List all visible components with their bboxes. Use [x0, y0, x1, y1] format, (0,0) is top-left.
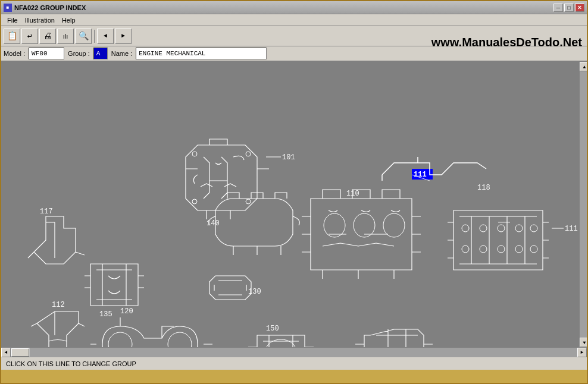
minimize-button[interactable]: ─ — [553, 4, 563, 12]
vertical-scrollbar[interactable]: ▲ ▼ — [580, 62, 588, 347]
name-field[interactable]: ENGINE MECHANICAL — [136, 48, 267, 59]
title-buttons: ─ □ ✕ — [553, 4, 584, 12]
toolbar-separator — [94, 30, 95, 43]
window-title: NFA022 GROUP INDEX — [14, 4, 86, 11]
svg-rect-0 — [1, 62, 578, 347]
svg-text:111: 111 — [565, 225, 578, 233]
menu-illustration[interactable]: Illustration — [21, 16, 58, 24]
model-label: Model : — [4, 50, 25, 57]
svg-text:101: 101 — [282, 153, 295, 162]
maximize-button[interactable]: □ — [564, 4, 574, 12]
model-field[interactable]: WF80 — [29, 48, 64, 59]
horizontal-scrollbar: ◄ ► — [1, 347, 587, 357]
scroll-thumb-horizontal[interactable] — [11, 348, 29, 357]
scroll-down-arrow[interactable]: ▼ — [580, 338, 588, 347]
toolbar-btn-undo[interactable]: ↩ — [21, 29, 38, 44]
title-bar: ■ NFA022 GROUP INDEX ─ □ ✕ — [1, 1, 587, 14]
title-bar-left: ■ NFA022 GROUP INDEX — [4, 4, 86, 12]
group-field[interactable]: A — [93, 48, 108, 59]
scroll-up-arrow[interactable]: ▲ — [580, 62, 588, 71]
toolbar-btn-chart[interactable]: ılı — [57, 29, 74, 44]
engine-diagram-svg[interactable]: 101 140 110 111 — [1, 62, 578, 347]
svg-text:135: 135 — [99, 310, 112, 319]
status-bar[interactable]: CLICK ON THIS LINE TO CHANGE GROUP — [1, 357, 587, 370]
watermark-text: www.ManualesDeTodo.Net — [431, 36, 582, 49]
scroll-right-arrow[interactable]: ► — [577, 348, 587, 357]
toolbar-btn-search[interactable]: 🔍 — [75, 29, 92, 44]
svg-text:117: 117 — [40, 207, 53, 216]
svg-text:150: 150 — [266, 325, 279, 333]
name-label: Name : — [111, 50, 132, 57]
toolbar-btn-back[interactable]: ◄ — [97, 29, 114, 44]
menu-file[interactable]: File — [4, 16, 21, 24]
status-message: CLICK ON THIS LINE TO CHANGE GROUP — [6, 360, 136, 367]
toolbar-btn-print[interactable]: 🖨 — [39, 29, 56, 44]
toolbar: 📋 ↩ 🖨 ılı 🔍 ◄ ► www.ManualesDeTodo.Net — [1, 26, 587, 46]
svg-text:110: 110 — [346, 190, 359, 198]
main-diagram-area: 101 140 110 111 — [1, 62, 588, 347]
toolbar-btn-forward[interactable]: ► — [115, 29, 132, 44]
menu-bar: File Illustration Help — [1, 14, 587, 26]
svg-text:140: 140 — [207, 219, 220, 228]
close-button[interactable]: ✕ — [575, 4, 584, 12]
scroll-left-arrow[interactable]: ◄ — [1, 348, 11, 357]
toolbar-btn-document[interactable]: 📋 — [4, 29, 20, 44]
svg-text:130: 130 — [248, 288, 261, 296]
svg-text:118: 118 — [477, 184, 490, 192]
group-label: Group : — [68, 50, 90, 57]
menu-help[interactable]: Help — [58, 16, 79, 24]
svg-text:120: 120 — [120, 307, 133, 316]
scroll-track-horizontal[interactable] — [30, 348, 577, 357]
app-icon: ■ — [4, 4, 12, 12]
scroll-track-vertical[interactable] — [580, 71, 588, 338]
svg-text:112: 112 — [52, 301, 65, 309]
